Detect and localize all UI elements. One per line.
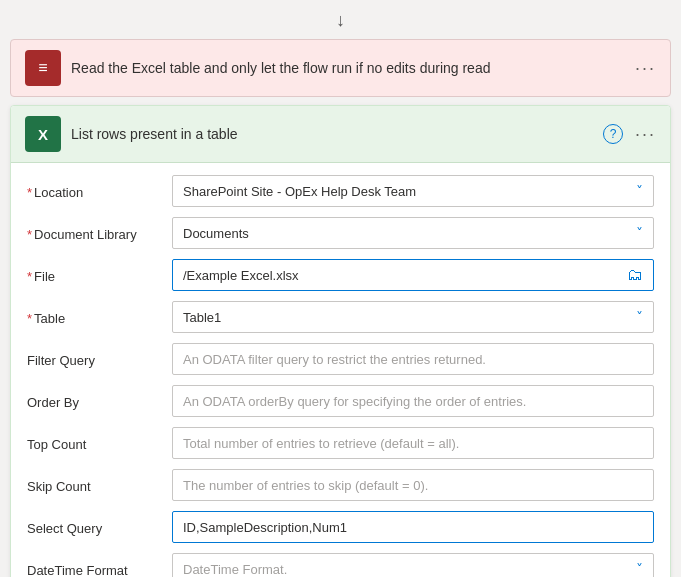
location-dropdown[interactable]: SharePoint Site - OpEx Help Desk Team ˅ [172,175,654,207]
datetime-format-chevron-icon: ˅ [636,561,643,577]
select-query-label: Select Query [27,519,172,536]
datetime-format-row: DateTime Format DateTime Format. ˅ [27,551,654,577]
skip-count-row: Skip Count The number of entries to skip… [27,467,654,503]
file-row: *File /Example Excel.xlsx 🗂 [27,257,654,293]
order-by-row: Order By An ODATA orderBy query for spec… [27,383,654,419]
file-input[interactable]: /Example Excel.xlsx 🗂 [172,259,654,291]
excel-icon: X [25,116,61,152]
down-arrow-icon: ↓ [10,10,671,31]
location-chevron-icon: ˅ [636,183,643,199]
step-title: Read the Excel table and only let the fl… [71,60,490,76]
top-count-input[interactable]: Total number of entries to retrieve (def… [172,427,654,459]
file-picker-icon[interactable]: 🗂 [627,266,643,284]
select-query-input[interactable]: ID,SampleDescription,Num1 [172,511,654,543]
file-label: *File [27,267,172,284]
main-card: X List rows present in a table ? ··· *Lo… [10,105,671,577]
order-by-input[interactable]: An ODATA orderBy query for specifying th… [172,385,654,417]
table-label: *Table [27,309,172,326]
card-menu-button[interactable]: ··· [635,124,656,145]
skip-count-label: Skip Count [27,477,172,494]
datetime-format-placeholder: DateTime Format. [183,562,287,577]
datetime-format-label: DateTime Format [27,561,172,578]
document-library-chevron-icon: ˅ [636,225,643,241]
form-body: *Location SharePoint Site - OpEx Help De… [11,163,670,577]
top-count-label: Top Count [27,435,172,452]
table-chevron-icon: ˅ [636,309,643,325]
step-header: ≡ Read the Excel table and only let the … [10,39,671,97]
filter-query-input[interactable]: An ODATA filter query to restrict the en… [172,343,654,375]
location-label: *Location [27,183,172,200]
card-title: List rows present in a table [71,126,238,142]
filter-query-label: Filter Query [27,351,172,368]
step-icon: ≡ [25,50,61,86]
order-by-label: Order By [27,393,172,410]
location-value: SharePoint Site - OpEx Help Desk Team [183,184,416,199]
document-library-label: *Document Library [27,225,172,242]
table-value: Table1 [183,310,221,325]
datetime-format-dropdown[interactable]: DateTime Format. ˅ [172,553,654,577]
help-button[interactable]: ? [603,124,623,144]
skip-count-input[interactable]: The number of entries to skip (default =… [172,469,654,501]
order-by-placeholder: An ODATA orderBy query for specifying th… [183,394,526,409]
top-count-row: Top Count Total number of entries to ret… [27,425,654,461]
filter-query-row: Filter Query An ODATA filter query to re… [27,341,654,377]
document-library-dropdown[interactable]: Documents ˅ [172,217,654,249]
skip-count-placeholder: The number of entries to skip (default =… [183,478,428,493]
card-header: X List rows present in a table ? ··· [11,106,670,163]
document-library-value: Documents [183,226,249,241]
select-query-value: ID,SampleDescription,Num1 [183,520,347,535]
filter-query-placeholder: An ODATA filter query to restrict the en… [183,352,486,367]
top-count-placeholder: Total number of entries to retrieve (def… [183,436,459,451]
step-menu-button[interactable]: ··· [635,58,656,79]
select-query-row: Select Query ID,SampleDescription,Num1 [27,509,654,545]
file-value: /Example Excel.xlsx [183,268,299,283]
table-dropdown[interactable]: Table1 ˅ [172,301,654,333]
table-row: *Table Table1 ˅ [27,299,654,335]
location-row: *Location SharePoint Site - OpEx Help De… [27,173,654,209]
document-library-row: *Document Library Documents ˅ [27,215,654,251]
